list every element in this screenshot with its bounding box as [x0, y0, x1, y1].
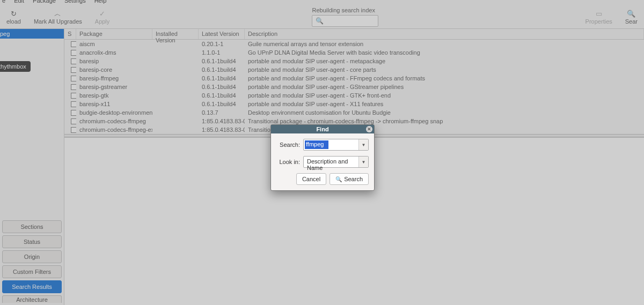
- search-results-tab[interactable]: Search Results: [2, 280, 62, 293]
- menu-help[interactable]: Help: [94, 0, 107, 4]
- cell-description: portable and modular SIP user-agent - GS…: [245, 84, 644, 90]
- cell-latest: 0.6.1-1build4: [199, 101, 245, 107]
- table-header: S Package Installed Version Latest Versi…: [64, 29, 644, 40]
- sections-tab[interactable]: Sections: [2, 220, 62, 233]
- apply-label: Apply: [95, 18, 110, 25]
- mark-upgrades-button[interactable]: ︿ Mark All Upgrades: [27, 5, 89, 28]
- dialog-title: Find: [316, 126, 328, 132]
- cell-description: portable and modular SIP user-agent - X1…: [245, 101, 644, 107]
- table-row[interactable]: baresip-ffmpeg0.6.1-1build4portable and …: [64, 74, 644, 83]
- package-checkbox[interactable]: [71, 101, 76, 107]
- toolbar: ↻ eload ︿ Mark All Upgrades ✓ Apply Rebu…: [0, 5, 644, 29]
- menu-settings[interactable]: Settings: [64, 0, 86, 4]
- col-description[interactable]: Description: [245, 29, 644, 39]
- cell-description: Transitional package - chromium-codecs-f…: [245, 118, 644, 124]
- cell-latest: 0.13.7: [199, 109, 245, 116]
- search-combo[interactable]: ffmpeg ▼: [303, 139, 369, 151]
- table-row[interactable]: baresip0.6.1-1build4portable and modular…: [64, 57, 644, 65]
- cell-package: baresip: [76, 58, 152, 64]
- status-text: Rebuilding search index: [312, 7, 375, 13]
- col-package[interactable]: Package: [76, 29, 152, 39]
- cancel-button[interactable]: Cancel: [296, 173, 326, 185]
- table-row[interactable]: budgie-desktop-environment0.13.7Desktop …: [64, 108, 644, 117]
- table-body[interactable]: aiscm0.20.1-1Guile numerical arrays and …: [64, 40, 644, 134]
- package-checkbox[interactable]: [71, 127, 76, 133]
- properties-label: Properties: [586, 18, 612, 25]
- lookin-combo[interactable]: Description and Name ▼: [303, 156, 369, 168]
- search-label: Sear: [625, 18, 638, 25]
- reload-button[interactable]: ↻ eload: [0, 5, 27, 28]
- status-tab[interactable]: Status: [2, 235, 62, 248]
- custom-filters-tab[interactable]: Custom Filters: [2, 265, 62, 278]
- cell-latest: 0.20.1-1: [199, 41, 245, 47]
- search-go-label: Search: [344, 176, 363, 182]
- package-checkbox[interactable]: [71, 93, 76, 99]
- search-icon: 🔍: [335, 176, 342, 182]
- chevron-up-icon: ︿: [54, 10, 61, 17]
- table-row[interactable]: aiscm0.20.1-1Guile numerical arrays and …: [64, 40, 644, 48]
- origin-tab[interactable]: Origin: [2, 250, 62, 263]
- reload-label: eload: [6, 18, 21, 25]
- menu-package[interactable]: Package: [33, 0, 56, 4]
- properties-icon: ▭: [596, 10, 602, 17]
- taskbar-chip[interactable]: thythmbox: [0, 61, 31, 72]
- cell-latest: 0.6.1-1build4: [199, 58, 245, 64]
- menu-edit[interactable]: Edit: [14, 0, 24, 4]
- cell-latest: 0.6.1-1build4: [199, 92, 245, 99]
- search-button[interactable]: 🔍 Sear: [619, 5, 644, 28]
- mark-label: Mark All Upgrades: [34, 18, 82, 25]
- package-checkbox[interactable]: [71, 41, 76, 47]
- cell-package: aiscm: [76, 41, 152, 47]
- table-row[interactable]: baresip-gtk0.6.1-1build4portable and mod…: [64, 91, 644, 100]
- cell-package: baresip-core: [76, 66, 152, 73]
- package-checkbox[interactable]: [71, 110, 76, 116]
- package-checkbox[interactable]: [71, 84, 76, 90]
- package-checkbox[interactable]: [71, 67, 76, 73]
- cell-package: chromium-codecs-ffmpeg: [76, 118, 152, 124]
- cell-latest: 0.6.1-1build4: [199, 84, 245, 90]
- architecture-tab[interactable]: Architecture: [2, 295, 62, 303]
- cell-package: baresip-ffmpeg: [76, 75, 152, 81]
- chevron-down-icon[interactable]: ▼: [358, 157, 368, 167]
- filter-input[interactable]: 🔍: [312, 15, 378, 27]
- search-go-button[interactable]: 🔍 Search: [330, 173, 369, 185]
- cell-description: Guile numerical arrays and tensor extens…: [245, 41, 644, 47]
- cell-package: baresip-gtk: [76, 92, 152, 99]
- cell-package: anacrolix-dms: [76, 49, 152, 56]
- status-block: Rebuilding search index 🔍: [312, 7, 378, 27]
- dialog-title-bar[interactable]: Find ✕: [271, 125, 374, 133]
- table-row[interactable]: baresip-gstreamer0.6.1-1build4portable a…: [64, 83, 644, 91]
- col-installed[interactable]: Installed Version: [152, 29, 199, 39]
- reload-icon: ↻: [11, 10, 17, 17]
- find-dialog: Find ✕ Search: ffmpeg ▼ Look in: Descrip…: [270, 124, 375, 191]
- package-checkbox[interactable]: [71, 50, 76, 56]
- search-input[interactable]: ffmpeg: [304, 139, 358, 150]
- table-row[interactable]: baresip-x110.6.1-1build4portable and mod…: [64, 100, 644, 108]
- close-icon[interactable]: ✕: [366, 126, 372, 132]
- lookin-label: Look in:: [276, 159, 300, 165]
- col-status[interactable]: S: [64, 29, 76, 39]
- search-term-row[interactable]: peg: [0, 29, 64, 39]
- menu-bar[interactable]: e Edit Package Settings Help: [0, 0, 644, 5]
- cell-description: portable and modular SIP user-agent - GT…: [245, 92, 644, 99]
- package-checkbox[interactable]: [71, 118, 76, 124]
- table-row[interactable]: anacrolix-dms1.1.0-1Go UPnP DLNA Digital…: [64, 48, 644, 57]
- cell-package: chromium-codecs-ffmpeg-extra: [76, 127, 152, 133]
- table-row[interactable]: baresip-core0.6.1-1build4portable and mo…: [64, 65, 644, 74]
- cell-description: Desktop environment customisation for Ub…: [245, 109, 644, 116]
- cell-description: portable and modular SIP user-agent - me…: [245, 58, 644, 64]
- cell-latest: 1:85.0.4183.83-0ub: [199, 118, 245, 124]
- search-icon: 🔍: [316, 17, 324, 25]
- search-icon: 🔍: [627, 10, 635, 17]
- menu-file[interactable]: e: [2, 0, 5, 4]
- lookin-value: Description and Name: [304, 157, 358, 167]
- apply-button: ✓ Apply: [89, 5, 116, 28]
- sidebar: peg thythmbox Sections Status Origin Cus…: [0, 29, 64, 305]
- cell-latest: 1:85.0.4183.83-0ub: [199, 127, 245, 133]
- col-latest[interactable]: Latest Version: [199, 29, 245, 39]
- search-label: Search:: [276, 142, 300, 148]
- chevron-down-icon[interactable]: ▼: [358, 139, 368, 150]
- package-checkbox[interactable]: [71, 76, 76, 81]
- cell-description: Go UPnP DLNA Digital Media Server with b…: [245, 49, 644, 56]
- package-checkbox[interactable]: [71, 58, 76, 64]
